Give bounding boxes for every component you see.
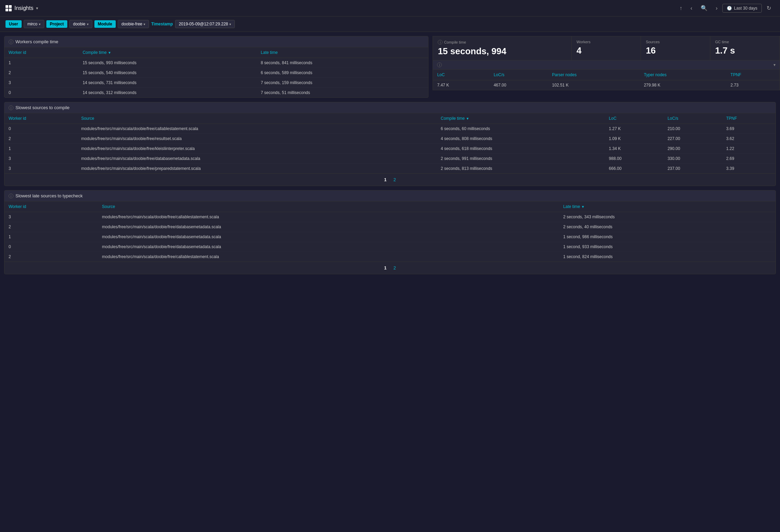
- workers-compile-time-header-row: Worker id Compile time ▼ Late time: [4, 47, 428, 58]
- module-filter-label[interactable]: Module: [94, 20, 116, 28]
- slowest-late-sources-header-row: Worker id Source Late time ▼: [4, 201, 776, 212]
- page-button[interactable]: 1: [381, 265, 389, 271]
- sls-late-time-cell: 1 second, 824 milliseconds: [559, 252, 776, 262]
- search-button[interactable]: 🔍: [697, 3, 711, 13]
- ss-compile-time-cell: 4 seconds, 618 milliseconds: [437, 144, 605, 154]
- right-top-section: i Compile time 15 seconds, 994 Workers 4…: [433, 36, 780, 98]
- worker-id-cell: 0: [4, 88, 79, 98]
- bottom-section: i Slowest sources to compile Worker id S…: [0, 98, 780, 278]
- typer-nodes-cell: 279.98 K: [640, 80, 726, 90]
- loc-table-container: LoC LoC/s Parser nodes Typer nodes TPNF …: [433, 70, 780, 90]
- late-time-cell: 7 seconds, 51 milliseconds: [257, 88, 428, 98]
- sls-source-cell: modules/free/src/main/scala/doobie/free/…: [98, 242, 559, 252]
- app-title-arrow[interactable]: ▾: [36, 6, 38, 11]
- page-button[interactable]: 1: [381, 176, 389, 183]
- module-chevron-icon: ▾: [144, 22, 145, 26]
- table-row: 3 modules/free/src/main/scala/doobie/fre…: [4, 154, 776, 164]
- timestamp-filter-label: Timestamp: [151, 22, 173, 26]
- col-sls-late-time[interactable]: Late time ▼: [559, 201, 776, 212]
- sls-source-cell: modules/free/src/main/scala/doobie/free/…: [98, 212, 559, 222]
- loc-dropdown-icon[interactable]: ▾: [773, 62, 776, 67]
- page-button[interactable]: 2: [391, 265, 399, 271]
- timestamp-filter-value[interactable]: 2019-05-09@12:07:29.228 ▾: [175, 20, 235, 28]
- col-ss-source: Source: [77, 113, 436, 124]
- ss-worker-id-cell: 3: [4, 154, 77, 164]
- ss-compile-time-cell: 2 seconds, 991 milliseconds: [437, 154, 605, 164]
- share-icon: ↑: [679, 5, 682, 11]
- parser-nodes-cell: 102.51 K: [548, 80, 640, 90]
- info-icon-compile[interactable]: i: [438, 40, 443, 45]
- late-time-cell: 6 seconds, 589 milliseconds: [257, 68, 428, 78]
- share-button[interactable]: ↑: [676, 3, 686, 13]
- workers-label: Workers: [576, 40, 636, 44]
- sls-worker-id-cell: 2: [4, 222, 98, 232]
- next-button[interactable]: ›: [712, 3, 721, 13]
- module-filter-value[interactable]: doobie-free ▾: [118, 20, 149, 28]
- compile-time-stat: i Compile time 15 seconds, 994: [433, 36, 572, 60]
- ss-loc-cell: 1.27 K: [605, 124, 664, 134]
- slowest-late-sources-table-container: Worker id Source Late time ▼ 3 modules/f…: [4, 201, 776, 262]
- gc-time-value: 1.7 s: [715, 45, 775, 56]
- sls-worker-id-cell: 0: [4, 242, 98, 252]
- refresh-button[interactable]: ↻: [763, 3, 775, 13]
- ss-tpnf-cell: 3.69: [722, 124, 776, 134]
- workers-stat: Workers 4: [572, 36, 641, 60]
- info-icon-workers[interactable]: i: [9, 39, 13, 44]
- workers-value: 4: [576, 45, 636, 56]
- table-row: 2 modules/free/src/main/scala/doobie/fre…: [4, 134, 776, 144]
- sls-source-cell: modules/free/src/main/scala/doobie/free/…: [98, 232, 559, 242]
- loc-table-card: i ▾ LoC LoC/s Parser nodes Typer nodes T…: [433, 60, 780, 90]
- ss-locs-cell: 237.00: [663, 164, 722, 174]
- slowest-late-sources-card: i Slowest late sources to typecheck Work…: [4, 190, 776, 274]
- ss-compile-time-cell: 2 seconds, 813 milliseconds: [437, 164, 605, 174]
- ss-tpnf-cell: 1.22: [722, 144, 776, 154]
- slowest-sources-header-row: Worker id Source Compile time ▼ LoC LoC/…: [4, 113, 776, 124]
- col-compile-time[interactable]: Compile time ▼: [79, 47, 257, 58]
- slowest-late-sources-table: Worker id Source Late time ▼ 3 modules/f…: [4, 201, 776, 262]
- sources-value: 16: [646, 45, 705, 56]
- filter-bar: User mirco ▾ Project doobie ▾ Module doo…: [0, 16, 780, 32]
- worker-id-cell: 3: [4, 78, 79, 88]
- sls-late-time-cell: 2 seconds, 40 milliseconds: [559, 222, 776, 232]
- date-range-label: Last 30 days: [734, 6, 757, 11]
- slowest-sources-table: Worker id Source Compile time ▼ LoC LoC/…: [4, 113, 776, 173]
- page-button[interactable]: 2: [391, 176, 399, 183]
- compile-time-label: i Compile time: [438, 40, 566, 45]
- project-filter-value[interactable]: doobie ▾: [69, 20, 92, 28]
- table-row: 0 modules/free/src/main/scala/doobie/fre…: [4, 124, 776, 134]
- col-ss-loc: LoC: [605, 113, 664, 124]
- col-ss-compile-time[interactable]: Compile time ▼: [437, 113, 605, 124]
- slowest-sources-table-container: Worker id Source Compile time ▼ LoC LoC/…: [4, 113, 776, 173]
- search-icon: 🔍: [701, 5, 708, 11]
- col-ss-worker-id: Worker id: [4, 113, 77, 124]
- date-range-button[interactable]: 🕐 Last 30 days: [722, 4, 762, 13]
- info-icon-loc[interactable]: i: [437, 62, 442, 67]
- ss-tpnf-cell: 2.69: [722, 154, 776, 164]
- project-filter-label[interactable]: Project: [46, 20, 67, 28]
- info-icon-late[interactable]: i: [9, 194, 13, 198]
- project-chevron-icon: ▾: [87, 22, 89, 26]
- ss-locs-cell: 227.00: [663, 134, 722, 144]
- header-actions: ↑ ‹ 🔍 › 🕐 Last 30 days ↻: [676, 3, 775, 13]
- ss-source-cell: modules/free/src/main/scala/doobie/free/…: [77, 154, 436, 164]
- logo-icon: [5, 5, 12, 11]
- loc-cell: 7.47 K: [433, 80, 490, 90]
- prev-button[interactable]: ‹: [687, 3, 696, 13]
- info-icon-slowest[interactable]: i: [9, 105, 13, 110]
- ss-loc-cell: 1.09 K: [605, 134, 664, 144]
- table-row: 1 modules/free/src/main/scala/doobie/fre…: [4, 144, 776, 154]
- table-row: 1 15 seconds, 993 milliseconds 8 seconds…: [4, 58, 428, 68]
- top-section: i Workers compile time Worker id Compile…: [0, 32, 780, 98]
- user-filter-label[interactable]: User: [5, 20, 22, 28]
- col-tpnf: TPNF: [726, 70, 780, 80]
- user-filter-value[interactable]: mirco ▾: [24, 20, 44, 28]
- next-icon: ›: [716, 5, 718, 11]
- ss-loc-cell: 988.00: [605, 154, 664, 164]
- ss-locs-cell: 210.00: [663, 124, 722, 134]
- compile-time-cell: 14 seconds, 731 milliseconds: [79, 78, 257, 88]
- ss-source-cell: modules/free/src/main/scala/doobie/free/…: [77, 124, 436, 134]
- compile-time-cell: 14 seconds, 312 milliseconds: [79, 88, 257, 98]
- table-row: 2 15 seconds, 540 milliseconds 6 seconds…: [4, 68, 428, 78]
- ss-source-cell: modules/free/src/main/scala/doobie/free/…: [77, 134, 436, 144]
- sls-late-time-cell: 2 seconds, 343 milliseconds: [559, 212, 776, 222]
